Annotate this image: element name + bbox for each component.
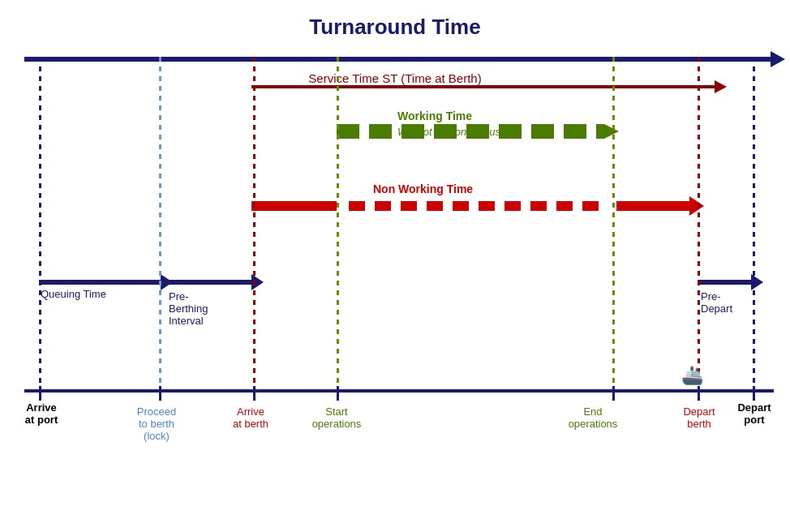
tick-arrive-port xyxy=(39,386,41,401)
tick-depart-port xyxy=(753,386,755,401)
label-arrive-at-port: Arrive at port xyxy=(5,401,78,426)
preberthing-label: Pre- Berthing Interval xyxy=(169,290,208,327)
non-working-time-label: Non Working Time xyxy=(373,182,473,195)
vline-end-ops xyxy=(612,57,615,389)
predepart-arrow xyxy=(698,280,753,285)
vline-proceed-berth xyxy=(159,57,161,389)
vline-arrive-berth xyxy=(253,57,255,389)
label-depart-port: Depart port xyxy=(722,401,787,426)
queuing-time-label: Queuing Time xyxy=(41,288,106,300)
tick-depart-berth xyxy=(698,386,700,401)
page-title: Turnaround Time xyxy=(0,15,790,40)
main-timeline-arrow xyxy=(24,57,774,62)
vline-depart-berth xyxy=(698,57,700,389)
working-time-arrow xyxy=(604,124,619,139)
bottom-timeline xyxy=(24,389,774,393)
nwt-left-bar xyxy=(251,201,337,211)
tick-start-ops xyxy=(337,386,339,401)
service-time-label: Service Time ST (Time at Berth) xyxy=(0,71,790,85)
vline-arrive-port xyxy=(39,57,41,389)
tick-proceed-berth xyxy=(159,386,161,401)
nwt-arrow xyxy=(689,196,704,216)
vline-start-ops xyxy=(337,57,339,389)
predepart-label: Pre- Depart xyxy=(701,290,732,315)
label-proceed-berth: Proceed to berth (lock) xyxy=(120,405,193,442)
tick-end-ops xyxy=(612,386,615,401)
queuing-time-arrow xyxy=(39,280,162,285)
tick-arrive-berth xyxy=(253,386,255,401)
label-end-operations: End operations xyxy=(556,405,629,430)
label-arrive-berth: Arrive at berth xyxy=(214,405,287,430)
ship-icon: 🚢 xyxy=(681,365,703,386)
working-time-bar xyxy=(337,124,604,139)
service-time-arrow xyxy=(251,85,717,88)
working-time-label: Working Time xyxy=(397,109,472,122)
diagram-container: Turnaround Time Service Time ST (Time at… xyxy=(0,0,790,532)
preberthing-arrow xyxy=(159,280,253,285)
label-start-operations: Start operations xyxy=(304,405,369,430)
nwt-right-bar xyxy=(616,201,689,211)
vline-depart-port xyxy=(753,57,755,389)
nwt-middle-bar xyxy=(349,201,608,211)
